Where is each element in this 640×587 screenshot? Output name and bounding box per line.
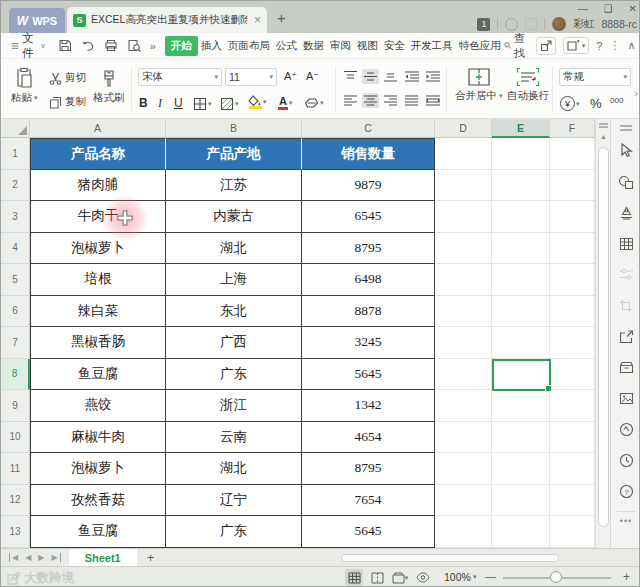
tab-home[interactable]: 开始 <box>165 36 198 56</box>
cell[interactable]: 黑椒香肠 <box>30 327 166 359</box>
ribbon-expand-icon[interactable]: › <box>634 87 638 99</box>
zoom-dropdown-icon[interactable]: ▾ <box>473 573 477 581</box>
cell[interactable] <box>550 201 595 233</box>
merge-center-button[interactable]: 合并居中▾ <box>455 67 503 103</box>
share-button[interactable] <box>536 37 556 55</box>
more-commands-icon[interactable]: » <box>147 40 159 52</box>
cell[interactable]: 牛肉干 <box>30 201 166 233</box>
archive-box-icon[interactable] <box>615 357 637 379</box>
cell[interactable] <box>492 390 550 422</box>
cell[interactable]: 泡椒萝卜 <box>30 453 166 485</box>
cell[interactable]: 湖北 <box>166 233 302 265</box>
shapes-icon[interactable] <box>615 171 637 193</box>
cell[interactable] <box>550 233 595 265</box>
cell[interactable] <box>435 264 492 296</box>
cell[interactable] <box>435 453 492 485</box>
font-name-select[interactable]: 宋体▾ <box>138 68 222 86</box>
cell[interactable]: 5645 <box>302 359 435 391</box>
vertical-scrollbar[interactable]: ▲ <box>595 119 610 548</box>
picture-icon[interactable] <box>615 388 637 410</box>
decrease-indent-button[interactable] <box>403 69 421 84</box>
row-header[interactable]: 4 <box>1 233 30 265</box>
maximize-button[interactable]: ❑ <box>604 3 613 14</box>
app-icon-cloud[interactable] <box>525 18 537 30</box>
percent-format-button[interactable]: % <box>589 95 603 112</box>
tab-developer[interactable]: 开发工具 <box>408 36 456 56</box>
cell[interactable] <box>492 201 550 233</box>
reading-mode-button[interactable] <box>414 569 432 586</box>
row-header[interactable]: 9 <box>1 390 30 422</box>
refresh-coin-icon[interactable] <box>615 419 637 441</box>
zoom-level[interactable]: 100% <box>444 571 471 583</box>
comma-format-button[interactable]: 000 <box>609 95 624 106</box>
row-header[interactable]: 1 <box>1 138 30 170</box>
format-painter-button[interactable]: 格式刷 <box>93 67 125 105</box>
cell[interactable]: 泡椒萝卜 <box>30 233 166 265</box>
cell[interactable]: 猪肉脯 <box>30 170 166 202</box>
kebab-menu-icon[interactable]: ⋮ <box>609 39 620 52</box>
cell[interactable]: 4654 <box>302 422 435 454</box>
cell[interactable] <box>492 485 550 517</box>
row-header[interactable]: 5 <box>1 264 30 296</box>
column-header-f[interactable]: F <box>550 119 595 138</box>
row-header[interactable]: 10 <box>1 422 30 454</box>
cell[interactable]: 产品名称 <box>30 138 166 170</box>
cell[interactable] <box>435 422 492 454</box>
collapse-ribbon-icon[interactable]: ∧ <box>627 39 635 52</box>
currency-format-button[interactable]: ¥▾ <box>559 95 581 112</box>
tab-insert[interactable]: 插入 <box>198 36 225 56</box>
help-circle-icon[interactable]: ? <box>615 481 637 503</box>
cell-shading-button[interactable]: ▾ <box>219 96 240 112</box>
cell[interactable]: 广西 <box>166 327 302 359</box>
cell[interactable]: 麻椒牛肉 <box>30 422 166 454</box>
cell[interactable] <box>435 516 492 548</box>
fill-color-button[interactable]: ▾ <box>247 94 268 110</box>
prev-sheet-icon[interactable]: ◀ <box>25 553 31 562</box>
split-handle[interactable] <box>599 123 608 128</box>
custom-view-button[interactable]: ▾ <box>391 569 409 586</box>
page-break-view-button[interactable] <box>368 569 386 586</box>
number-format-select[interactable]: 常规▾ <box>559 68 631 86</box>
font-color-button[interactable]: A▾ <box>277 95 293 111</box>
tab-page-layout[interactable]: 页面布局 <box>225 36 273 56</box>
row-header[interactable]: 11 <box>1 453 30 485</box>
cell[interactable]: 销售数量 <box>302 138 435 170</box>
cell[interactable]: 3245 <box>302 327 435 359</box>
cell[interactable]: 培根 <box>30 264 166 296</box>
cell[interactable] <box>550 422 595 454</box>
row-header[interactable]: 6 <box>1 296 30 328</box>
increase-font-button[interactable]: A⁺ <box>283 69 298 84</box>
cell[interactable]: 6498 <box>302 264 435 296</box>
save-icon[interactable] <box>58 39 72 52</box>
add-sheet-button[interactable]: + <box>137 550 165 565</box>
cell[interactable] <box>492 170 550 202</box>
tab-security[interactable]: 安全 <box>381 36 408 56</box>
justify-button[interactable] <box>403 93 420 108</box>
more-tools-icon[interactable]: ••• <box>620 516 632 526</box>
cell[interactable]: 孜然香菇 <box>30 485 166 517</box>
cell[interactable]: 燕饺 <box>30 390 166 422</box>
paste-button[interactable]: 粘贴▾ <box>11 67 38 105</box>
underline-button[interactable]: U <box>173 95 184 111</box>
cell[interactable]: 云南 <box>166 422 302 454</box>
document-tab[interactable]: S EXCEL高亮突出重复项并快速删除 × <box>67 7 267 33</box>
cell[interactable]: 6545 <box>302 201 435 233</box>
horizontal-scrollbar-thumb[interactable] <box>341 554 559 562</box>
align-middle-button[interactable] <box>362 69 379 84</box>
print-icon[interactable] <box>104 39 118 52</box>
tab-formulas[interactable]: 公式 <box>273 36 300 56</box>
align-left-button[interactable] <box>342 93 359 108</box>
column-header-c[interactable]: C <box>302 119 435 138</box>
column-header-b[interactable]: B <box>166 119 302 138</box>
cell[interactable]: 辣白菜 <box>30 296 166 328</box>
cell[interactable] <box>435 296 492 328</box>
cell[interactable] <box>550 516 595 548</box>
cell[interactable] <box>550 453 595 485</box>
cell[interactable]: 8878 <box>302 296 435 328</box>
cell[interactable] <box>492 264 550 296</box>
app-icon-docer[interactable] <box>505 18 518 31</box>
cell[interactable]: 5645 <box>302 516 435 548</box>
cell[interactable]: 鱼豆腐 <box>30 516 166 548</box>
zoom-in-button[interactable]: + <box>623 570 630 584</box>
tab-view[interactable]: 视图 <box>354 36 381 56</box>
